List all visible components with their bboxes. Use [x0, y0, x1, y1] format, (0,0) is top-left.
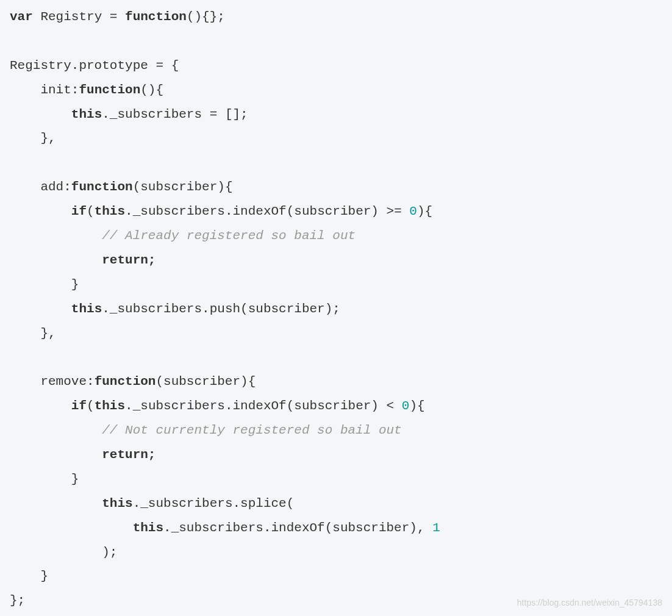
code-text: Registry = — [33, 10, 125, 24]
code-text: } — [10, 472, 79, 486]
code-text — [10, 107, 71, 121]
code-text: init: — [10, 83, 79, 97]
code-text: add: — [10, 180, 71, 194]
code-text: (){}; — [187, 10, 225, 24]
keyword-function: function — [79, 83, 140, 97]
keyword-this: this — [71, 302, 102, 316]
number-literal: 0 — [402, 399, 410, 413]
number-literal: 0 — [409, 204, 417, 218]
keyword-this: this — [133, 521, 163, 535]
code-text — [10, 448, 102, 462]
code-text: } — [10, 278, 79, 292]
code-text: ); — [10, 545, 117, 559]
code-text: }; — [10, 593, 25, 607]
keyword-return: return; — [102, 448, 155, 462]
code-text — [10, 399, 71, 413]
code-text — [10, 423, 102, 437]
code-text: }, — [10, 326, 56, 340]
code-text — [10, 253, 102, 267]
code-text: }, — [10, 131, 56, 145]
keyword-this: this — [71, 107, 102, 121]
code-text — [10, 229, 102, 243]
keyword-this: this — [95, 399, 125, 413]
comment: // Already registered so bail out — [102, 229, 356, 243]
code-text: ( — [87, 204, 95, 218]
keyword-var: var — [10, 10, 33, 24]
keyword-function: function — [95, 374, 156, 389]
code-text — [10, 521, 133, 535]
code-text: ._subscribers.push(subscriber); — [102, 302, 340, 316]
code-text: (subscriber){ — [133, 180, 233, 194]
code-text: ){ — [409, 399, 424, 413]
code-text: ._subscribers.indexOf(subscriber) < — [125, 399, 402, 413]
code-text: ( — [87, 399, 95, 413]
code-text: } — [10, 569, 48, 583]
code-text: ._subscribers.splice( — [133, 496, 295, 510]
code-text: ._subscribers.indexOf(subscriber), — [163, 521, 432, 535]
keyword-function: function — [125, 10, 187, 24]
keyword-this: this — [95, 204, 125, 218]
code-text: Registry.prototype = { — [10, 59, 179, 73]
code-text: ._subscribers.indexOf(subscriber) >= — [125, 204, 409, 218]
keyword-if: if — [71, 399, 87, 413]
comment: // Not currently registered so bail out — [102, 423, 401, 437]
code-text: remove: — [10, 374, 95, 389]
keyword-this: this — [102, 496, 132, 510]
code-block: var Registry = function(){}; Registry.pr… — [10, 5, 662, 613]
number-literal: 1 — [432, 521, 440, 535]
code-text: ){ — [417, 204, 432, 218]
code-text — [10, 496, 102, 510]
keyword-return: return; — [102, 253, 155, 267]
code-text — [10, 302, 71, 316]
code-text: (){ — [140, 83, 163, 97]
code-text — [10, 204, 71, 218]
keyword-if: if — [71, 204, 87, 218]
code-text: (subscriber){ — [155, 374, 256, 389]
watermark: https://blog.csdn.net/weixin_45794138 — [517, 595, 662, 611]
code-text: ._subscribers = []; — [102, 107, 248, 121]
keyword-function: function — [71, 180, 133, 194]
